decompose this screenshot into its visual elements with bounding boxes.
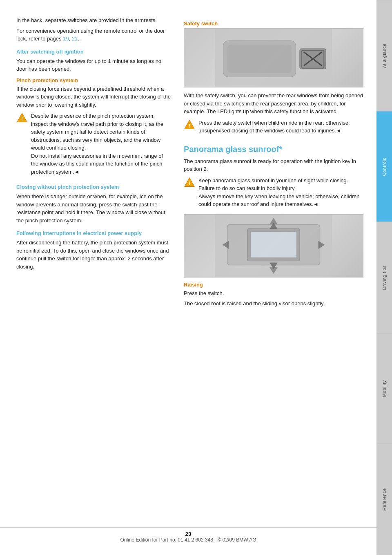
raising-heading: Raising	[184, 282, 363, 288]
sidebar-tab-controls[interactable]: Controls	[376, 111, 392, 222]
intro-text: In the back, separate switches are provi…	[16, 16, 172, 25]
pinch-protection-warning-text: Despite the presence of the pinch protec…	[31, 112, 172, 176]
page-footer: 23 Online Edition for Part no. 01 41 2 6…	[0, 527, 376, 543]
raising-body1: Press the switch.	[184, 289, 363, 298]
convenience-text: For convenience operation using the remo…	[16, 27, 172, 43]
safety-switch-warning-text: Press the safety switch when children ri…	[198, 119, 363, 135]
pinch-protection-warning-block: ! Despite the presence of the pinch prot…	[16, 112, 172, 178]
footer-text: Online Edition for Part no. 01 41 2 602 …	[120, 537, 256, 543]
svg-rect-4	[227, 45, 292, 73]
left-column: In the back, separate switches are provi…	[16, 16, 172, 335]
panorama-warning-block: ! Keep panorama glass sunroof in your li…	[184, 177, 363, 211]
panorama-intro: The panorama glass sunroof is ready for …	[184, 157, 363, 173]
safety-switch-warning-block: ! Press the safety switch when children …	[184, 119, 363, 137]
sidebar: At a glance Controls Driving tips Mobili…	[376, 0, 392, 555]
pinch-protection-heading: Pinch protection system	[16, 77, 172, 83]
panorama-heading: Panorama glass sunroof*	[184, 145, 363, 154]
following-interruptions-heading: Following interruptions in electrical po…	[16, 230, 172, 236]
svg-text:!: !	[21, 116, 23, 122]
warning-triangle-icon-3: !	[184, 177, 195, 188]
main-content: In the back, separate switches are provi…	[0, 0, 376, 351]
sunroof-image	[184, 214, 363, 278]
closing-without-heading: Closing without pinch protection system	[16, 184, 172, 190]
sidebar-tab-mobility[interactable]: Mobility	[376, 333, 392, 444]
closing-without-body: When there is danger outside or when, fo…	[16, 192, 172, 224]
svg-text:!: !	[189, 181, 190, 186]
page-ref-21[interactable]: 21	[72, 36, 78, 42]
svg-text:!: !	[189, 123, 190, 129]
page-number: 23	[185, 531, 191, 537]
pinch-protection-body: If the closing force rises beyond a pred…	[16, 85, 172, 109]
following-interruptions-body: After disconnecting the battery, the pin…	[16, 239, 172, 271]
safety-switch-image	[184, 28, 363, 87]
right-column: Safety switch	[184, 16, 363, 335]
page-ref-19[interactable]: 19	[63, 36, 69, 42]
safety-switch-heading: Safety switch	[184, 20, 363, 27]
warning-triangle-icon: !	[16, 112, 28, 123]
warning-triangle-icon-2: !	[184, 119, 195, 130]
svg-rect-16	[251, 231, 297, 257]
sidebar-tab-reference[interactable]: Reference	[376, 444, 392, 555]
after-ignition-heading: After switching off ignition	[16, 49, 172, 55]
after-ignition-body: You can operate the windows for up to 1 …	[16, 57, 172, 73]
sidebar-tab-at-a-glance[interactable]: At a glance	[376, 0, 392, 111]
sidebar-tab-driving-tips[interactable]: Driving tips	[376, 222, 392, 333]
panorama-warning-text: Keep panorama glass sunroof in your line…	[198, 177, 363, 208]
safety-switch-body: With the safety switch, you can prevent …	[184, 92, 363, 116]
raising-body2: The closed roof is raised and the slidin…	[184, 300, 363, 308]
